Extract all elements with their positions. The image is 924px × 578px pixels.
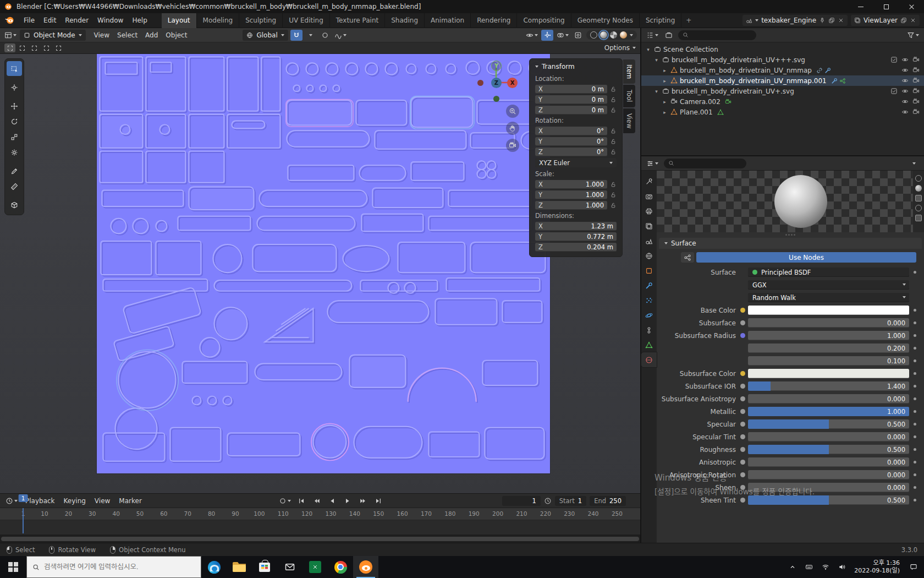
tab-world[interactable] bbox=[641, 248, 657, 263]
notification-center-icon[interactable] bbox=[903, 563, 924, 571]
pan-hand-icon[interactable] bbox=[506, 122, 519, 135]
dimension-field[interactable]: Z0.204 m bbox=[535, 243, 617, 252]
scale-field[interactable]: X1.000 bbox=[535, 180, 607, 189]
blender-taskbar-icon[interactable] bbox=[353, 556, 378, 578]
property-field[interactable]: 0.000 bbox=[748, 394, 909, 403]
jump-to-start-icon[interactable] bbox=[295, 495, 307, 506]
animate-dot[interactable] bbox=[914, 347, 916, 350]
workspace-tab[interactable]: Modeling bbox=[197, 13, 240, 28]
axis-y-positive[interactable]: Y bbox=[491, 61, 502, 71]
expand-icon[interactable]: ▸ bbox=[661, 68, 668, 73]
tab-material[interactable] bbox=[641, 352, 657, 367]
timeline-scrollbar[interactable] bbox=[0, 535, 640, 543]
lock-icon[interactable] bbox=[610, 149, 617, 155]
expand-icon[interactable]: ▾ bbox=[653, 57, 660, 63]
end-frame-field[interactable]: End250 bbox=[590, 496, 626, 506]
file-explorer-icon[interactable] bbox=[227, 556, 252, 578]
workspace-tab[interactable]: UV Editing bbox=[283, 13, 330, 28]
workspace-tab[interactable]: Geometry Nodes bbox=[571, 13, 640, 28]
minimize-button[interactable] bbox=[848, 0, 873, 13]
add-workspace-button[interactable]: + bbox=[681, 13, 696, 28]
preview-flat-icon[interactable] bbox=[915, 175, 922, 182]
property-field[interactable]: 1.000 bbox=[748, 407, 909, 416]
tab-object[interactable] bbox=[641, 263, 657, 278]
camera-view-icon[interactable] bbox=[506, 139, 519, 152]
viewport-3d[interactable]: Y Z X Transform Location: X0 m Y0 m Z0 m… bbox=[0, 54, 640, 493]
tab-scene[interactable] bbox=[641, 233, 657, 248]
outliner-row[interactable]: ▾ Scene Collection bbox=[641, 44, 924, 54]
property-field[interactable]: 0.000 bbox=[748, 457, 909, 467]
animate-dot[interactable] bbox=[914, 385, 916, 388]
tab-render[interactable] bbox=[641, 189, 657, 204]
topbar-menu[interactable]: File bbox=[19, 15, 39, 26]
topbar-menu[interactable]: Render bbox=[61, 15, 93, 26]
rotation-field[interactable]: X0° bbox=[535, 127, 607, 135]
editor-type-button[interactable] bbox=[645, 30, 659, 41]
auto-key-icon[interactable] bbox=[278, 495, 292, 506]
topbar-menu[interactable]: Help bbox=[128, 15, 151, 26]
timeline-menu[interactable]: Keying bbox=[59, 495, 90, 506]
lock-icon[interactable] bbox=[610, 202, 617, 209]
tray-chevron-up-icon[interactable] bbox=[784, 563, 801, 571]
play-reverse-icon[interactable] bbox=[326, 495, 338, 506]
prev-keyframe-icon[interactable] bbox=[311, 495, 323, 506]
timeline-ruler[interactable]: 1 10 20 30 40 50 60 70 80 90 100 11 bbox=[0, 508, 640, 520]
box-select-tool[interactable] bbox=[7, 61, 22, 76]
sidebar-tab[interactable]: Item bbox=[623, 59, 635, 84]
preview-cube-icon[interactable] bbox=[915, 195, 922, 201]
blender-logo-icon[interactable] bbox=[4, 17, 15, 24]
outliner-search[interactable] bbox=[678, 30, 756, 40]
select-invert-icon[interactable] bbox=[41, 43, 52, 52]
axis-z-positive[interactable]: Z bbox=[491, 78, 502, 88]
animate-dot[interactable] bbox=[914, 372, 916, 375]
resize-grip[interactable] bbox=[657, 232, 924, 237]
viewport-menu[interactable]: View bbox=[90, 30, 113, 41]
scale-tool[interactable] bbox=[7, 129, 22, 144]
collapse-icon[interactable] bbox=[535, 66, 538, 68]
outliner-row[interactable]: ▸ bruckell_m_body_drivetrain_UV_nmmap bbox=[641, 65, 924, 75]
outliner-row[interactable]: ▸ Plane.001 bbox=[641, 107, 924, 117]
timeline-menu[interactable]: View bbox=[90, 495, 114, 506]
location-field[interactable]: Z0 m bbox=[535, 106, 607, 114]
normal-map-plane-object[interactable] bbox=[97, 54, 550, 473]
playhead-frame-badge[interactable]: 1 bbox=[19, 494, 28, 502]
select-extend-icon[interactable] bbox=[16, 43, 28, 52]
render-visibility-icon[interactable] bbox=[912, 56, 920, 63]
property-field[interactable]: 0.500 bbox=[748, 419, 909, 429]
tray-network-icon[interactable] bbox=[817, 563, 834, 571]
scale-field[interactable]: Z1.000 bbox=[535, 201, 607, 210]
proportional-falloff-dropdown[interactable] bbox=[333, 30, 348, 41]
options-dropdown[interactable]: Options bbox=[604, 44, 636, 52]
rotation-mode-dropdown[interactable]: XYZ Euler bbox=[535, 158, 617, 167]
axis-y-negative[interactable] bbox=[493, 96, 499, 102]
hide-eye-icon[interactable] bbox=[901, 56, 909, 63]
display-mode-icon[interactable] bbox=[663, 30, 675, 41]
tab-modifiers[interactable] bbox=[641, 278, 657, 293]
rotation-field[interactable]: Y0° bbox=[535, 137, 607, 146]
expand-icon[interactable]: ▸ bbox=[661, 78, 668, 84]
view-layer-selector[interactable]: ViewLayer bbox=[851, 15, 920, 26]
expand-icon[interactable]: ▸ bbox=[661, 110, 668, 115]
topbar-menu[interactable]: Edit bbox=[39, 15, 61, 26]
axis-x-negative[interactable] bbox=[477, 80, 483, 86]
tab-tool[interactable] bbox=[641, 174, 657, 189]
location-field[interactable]: X0 m bbox=[535, 85, 607, 94]
checkbox-icon[interactable] bbox=[890, 88, 898, 95]
checkbox-icon[interactable] bbox=[890, 56, 898, 63]
overlays-dropdown[interactable] bbox=[556, 30, 570, 41]
outliner-search-input[interactable] bbox=[691, 32, 752, 39]
taskbar-search-input[interactable] bbox=[44, 563, 195, 571]
workspace-tab[interactable]: Compositing bbox=[517, 13, 571, 28]
property-field[interactable]: 0.200 bbox=[748, 343, 909, 353]
render-visibility-icon[interactable] bbox=[912, 88, 920, 95]
start-frame-field[interactable]: Start1 bbox=[555, 496, 586, 506]
tab-particles[interactable] bbox=[641, 293, 657, 308]
current-frame-field[interactable]: 1 bbox=[502, 496, 541, 506]
animate-dot[interactable] bbox=[914, 321, 916, 324]
editor-type-button[interactable] bbox=[645, 158, 659, 169]
wireframe-shading-icon[interactable] bbox=[590, 31, 597, 39]
workspace-tab[interactable]: Sculpting bbox=[239, 13, 283, 28]
property-field[interactable]: 0.500 bbox=[748, 495, 909, 505]
property-field[interactable] bbox=[748, 306, 909, 315]
property-field[interactable]: 1.000 bbox=[748, 331, 909, 340]
